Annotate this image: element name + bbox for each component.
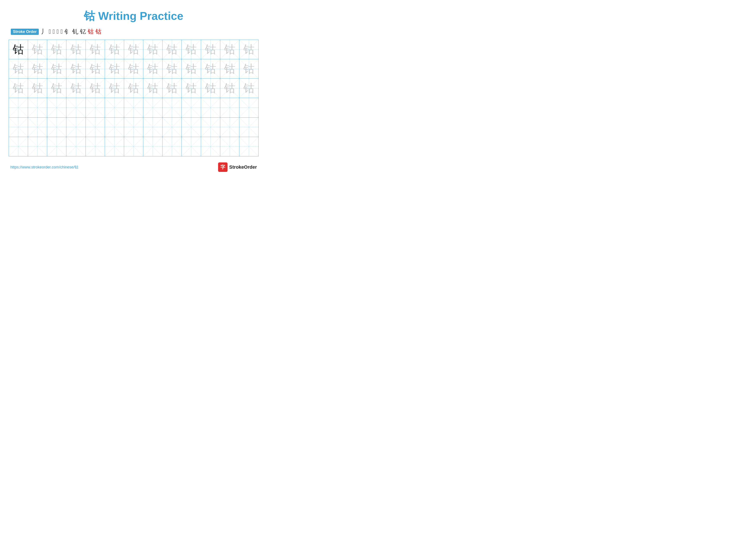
svg-line-150 (201, 137, 220, 156)
grid-cell (143, 98, 162, 117)
svg-line-138 (86, 137, 105, 156)
grid-cell: 钴 (124, 79, 143, 98)
svg-line-97 (182, 98, 201, 117)
svg-line-128 (239, 117, 258, 137)
svg-line-91 (124, 98, 143, 117)
svg-line-93 (143, 98, 162, 117)
svg-line-94 (162, 98, 181, 117)
grid-cell: 钴 (9, 59, 28, 78)
stroke-order-row: Stroke Order 丿 𠂇 𠃊 𠃌 𠄌 钅 钆 钇 钴 钴 (9, 28, 258, 36)
svg-line-155 (239, 137, 258, 156)
svg-line-120 (162, 117, 181, 137)
grid-cell: 钴 (105, 59, 124, 78)
stroke-5: 𠄌 (61, 28, 63, 35)
svg-line-87 (86, 98, 105, 117)
cell-character-light: 钴 (205, 44, 216, 55)
grid-cell: 钴 (201, 40, 220, 59)
cell-character-light: 钴 (147, 83, 158, 94)
svg-line-131 (9, 137, 28, 156)
cell-character-light: 钴 (32, 83, 43, 94)
grid-cell (47, 137, 67, 156)
logo-text: StrokeOrder (229, 165, 257, 170)
svg-line-98 (201, 98, 220, 117)
grid-cell: 钴 (86, 79, 105, 98)
grid-row (9, 98, 258, 117)
grid-row: 钴 钴 钴 钴 钴 钴 钴 钴 (9, 40, 258, 59)
cell-character-light: 钴 (109, 63, 120, 75)
page-title: 钴 Writing Practice (9, 9, 258, 24)
grid-cell: 钴 (239, 79, 258, 98)
svg-line-151 (201, 137, 220, 156)
grid-cell: 钴 (143, 79, 162, 98)
svg-line-144 (143, 137, 162, 156)
svg-line-86 (86, 98, 105, 117)
cell-character-light: 钴 (147, 63, 158, 75)
cell-character-light: 钴 (70, 44, 82, 55)
svg-line-110 (67, 117, 85, 137)
svg-line-107 (28, 117, 47, 137)
svg-line-136 (67, 137, 85, 156)
cell-character-light: 钴 (32, 44, 43, 55)
svg-line-106 (28, 117, 47, 137)
grid-cell (28, 137, 47, 156)
svg-line-85 (67, 98, 85, 117)
stroke-8: 钇 (80, 28, 86, 36)
cell-character-light: 钴 (70, 63, 82, 75)
grid-cell: 钴 (86, 40, 105, 59)
svg-line-135 (47, 137, 66, 156)
grid-cell (9, 98, 28, 117)
svg-line-96 (182, 98, 201, 117)
cell-character-light: 钴 (109, 44, 120, 55)
grid-cell: 钴 (220, 79, 239, 98)
svg-line-142 (124, 137, 143, 156)
grid-cell (86, 137, 105, 156)
grid-cell (47, 98, 67, 117)
grid-cell (201, 137, 220, 156)
cell-character-light: 钴 (13, 63, 24, 75)
grid-cell: 钴 (182, 59, 201, 78)
grid-row: 钴 钴 钴 钴 钴 钴 钴 钴 (9, 59, 258, 79)
cell-character-light: 钴 (224, 44, 235, 55)
grid-cell: 钴 (220, 40, 239, 59)
cell-character-light: 钴 (205, 63, 216, 75)
svg-line-123 (182, 117, 201, 137)
grid-cell: 钴 (86, 59, 105, 78)
stroke-1: 丿 (41, 28, 47, 36)
grid-cell: 钴 (67, 79, 86, 98)
cell-character-light: 钴 (147, 44, 158, 55)
svg-line-118 (143, 117, 162, 137)
cell-character-light: 钴 (186, 63, 197, 75)
cell-character-light: 钴 (32, 63, 43, 75)
svg-line-114 (105, 117, 124, 137)
cell-character-light: 钴 (128, 44, 139, 55)
grid-cell: 钴 (47, 40, 67, 59)
cell-character-light: 钴 (90, 63, 101, 75)
grid-cell (86, 98, 105, 117)
svg-line-111 (67, 117, 85, 137)
grid-cell (182, 117, 201, 137)
svg-line-99 (201, 98, 220, 117)
svg-line-101 (220, 98, 239, 117)
svg-line-137 (67, 137, 85, 156)
svg-line-149 (182, 137, 201, 156)
svg-line-125 (201, 117, 220, 137)
cell-character-light: 钴 (224, 63, 235, 75)
grid-cell (220, 117, 239, 137)
grid-cell: 钴 (182, 40, 201, 59)
grid-cell (105, 137, 124, 156)
cell-character-light: 钴 (224, 83, 235, 94)
svg-line-153 (220, 137, 239, 156)
svg-line-95 (162, 98, 181, 117)
svg-line-112 (86, 117, 105, 137)
grid-cell: 钴 (143, 40, 162, 59)
grid-cell: 钴 (239, 59, 258, 78)
grid-cell: 钴 (220, 59, 239, 78)
grid-row (9, 117, 258, 137)
stroke-10: 钴 (95, 28, 101, 36)
grid-cell: 钴 (162, 79, 182, 98)
grid-cell: 钴 (143, 59, 162, 78)
svg-line-80 (28, 98, 47, 117)
cell-character-light: 钴 (243, 44, 255, 55)
grid-cell: 钴 (239, 40, 258, 59)
svg-line-148 (182, 137, 201, 156)
